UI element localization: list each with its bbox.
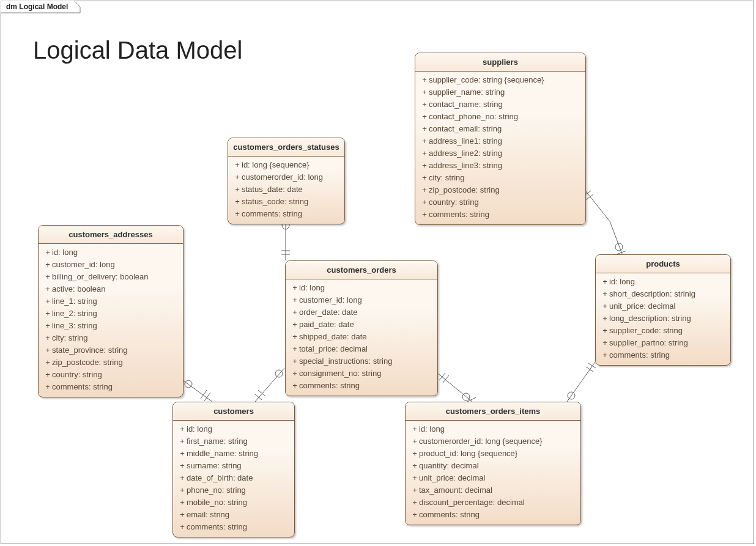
entity-attr: +status_code: string (231, 196, 342, 208)
svg-line-20 (588, 363, 596, 368)
attr-text: contact_name: string (429, 99, 503, 110)
rel-addresses-to-customers (183, 380, 212, 402)
entity-attr: +status_date: date (231, 183, 342, 196)
entity-customers_orders[interactable]: customers_orders+id: long+customer_id: l… (285, 260, 438, 396)
entity-attrs: +id: long+first_name: string+middle_name… (173, 421, 294, 537)
attr-text: customer_id: long (52, 259, 115, 270)
entity-attr: +customer_id: long (288, 294, 435, 306)
entity-header: customers_orders_items (406, 402, 580, 421)
entity-attr: +comments: string (231, 208, 342, 220)
attr-text: comments: string (299, 380, 360, 391)
entity-attr: +comments: string (418, 208, 583, 221)
entity-customers_addresses[interactable]: customers_addresses+id: long+customer_id… (38, 225, 183, 397)
visibility-icon: + (291, 344, 299, 355)
visibility-icon: + (43, 259, 52, 270)
visibility-icon: + (420, 172, 429, 183)
entity-suppliers[interactable]: suppliers+supplier_code: string {sequenc… (415, 53, 586, 225)
entity-attr: +product_id: long {sequence} (408, 448, 578, 460)
entity-attr: +address_line1: string (418, 135, 583, 147)
entity-attr: +consignment_no: string (288, 367, 435, 380)
entity-attr: +comments: string (41, 381, 180, 393)
attr-text: mobile_no: string (187, 497, 247, 508)
entity-attr: +comments: string (288, 380, 435, 392)
entity-attr: +customerorder_id: long (231, 171, 342, 183)
entity-customers_orders_items[interactable]: customers_orders_items+id: long+customer… (405, 402, 581, 525)
visibility-icon: + (410, 448, 419, 459)
visibility-icon: + (420, 111, 429, 122)
attr-text: first_name: string (187, 436, 248, 447)
entity-attr: +country: string (418, 196, 583, 208)
rel-statuses-to-orders (281, 218, 290, 260)
visibility-icon: + (291, 331, 299, 342)
entity-attr: +paid_date: date (288, 319, 435, 331)
entity-attr: +unit_price: decimal (598, 300, 728, 312)
entity-attr: +customerorder_id: long {sequence} (408, 435, 578, 448)
attr-text: unit_price: decimal (419, 473, 485, 484)
rel-suppliers-to-products (582, 191, 626, 254)
entity-attr: +id: long (41, 246, 180, 259)
entity-attr: +shipped_date: date (288, 331, 435, 343)
attr-text: billing_or_delivery: boolean (52, 271, 149, 282)
entity-attr: +supplier_name: string (418, 86, 583, 98)
visibility-icon: + (178, 448, 187, 459)
entity-attrs: +id: long {sequence}+customerorder_id: l… (228, 157, 344, 224)
svg-point-11 (275, 370, 283, 377)
entity-attr: +comments: string (176, 521, 292, 533)
entity-attr: +unit_price: decimal (408, 472, 578, 484)
attr-text: product_id: long {sequence} (419, 448, 517, 459)
entity-attr: +city: string (41, 332, 180, 344)
visibility-icon: + (410, 509, 419, 520)
visibility-icon: + (410, 424, 419, 435)
attr-text: customerorder_id: long {sequence} (419, 436, 543, 447)
visibility-icon: + (233, 184, 242, 195)
entity-attr: +phone_no: string (176, 484, 292, 496)
visibility-icon: + (43, 369, 52, 380)
visibility-icon: + (410, 473, 419, 484)
entity-header: products (596, 255, 730, 273)
entity-attr: +country: string (41, 369, 180, 381)
visibility-icon: + (178, 522, 187, 533)
visibility-icon: + (233, 172, 242, 183)
visibility-icon: + (291, 319, 299, 330)
attr-text: supplier_partno: string (609, 338, 688, 349)
svg-point-25 (615, 243, 623, 251)
entity-products[interactable]: products+id: long+short_description: str… (595, 254, 731, 366)
visibility-icon: + (43, 382, 52, 393)
visibility-icon: + (43, 357, 52, 368)
entity-attr: +supplier_partno: string (598, 337, 728, 349)
visibility-icon: + (43, 284, 52, 295)
entity-attr: +first_name: string (176, 435, 292, 448)
entity-attr: +id: long (408, 423, 578, 435)
visibility-icon: + (291, 295, 299, 306)
entity-attr: +address_line2: string (418, 147, 583, 160)
entity-attr: +zip_postcode: string (41, 356, 180, 369)
attr-text: comments: string (242, 208, 302, 220)
attr-text: comments: string (429, 209, 489, 220)
visibility-icon: + (410, 436, 419, 447)
visibility-icon: + (43, 308, 52, 319)
svg-line-6 (183, 380, 212, 402)
attr-text: short_description: strinig (609, 289, 695, 300)
attr-text: surname: string (187, 460, 242, 471)
attr-text: quantity: decimal (419, 460, 479, 471)
entity-customers[interactable]: customers+id: long+first_name: string+mi… (172, 402, 295, 537)
visibility-icon: + (420, 185, 429, 196)
visibility-icon: + (420, 75, 429, 86)
entity-attr: +surname: string (176, 460, 292, 472)
visibility-icon: + (233, 160, 242, 171)
visibility-icon: + (601, 276, 609, 287)
visibility-icon: + (601, 313, 609, 324)
entity-attr: +long_description: string (598, 312, 728, 325)
entity-header: customers_orders_statuses (228, 138, 344, 157)
svg-line-15 (439, 373, 445, 380)
visibility-icon: + (601, 301, 609, 312)
entity-attr: +mobile_no: string (176, 496, 292, 509)
entity-attr: +special_instructions: string (288, 355, 435, 367)
visibility-icon: + (420, 148, 429, 159)
entity-customers_orders_statuses[interactable]: customers_orders_statuses+id: long {sequ… (228, 138, 345, 224)
attr-text: comments: string (609, 350, 670, 361)
visibility-icon: + (291, 368, 299, 379)
attr-text: order_date: date (299, 307, 357, 318)
svg-line-10 (255, 368, 284, 402)
visibility-icon: + (43, 345, 52, 356)
